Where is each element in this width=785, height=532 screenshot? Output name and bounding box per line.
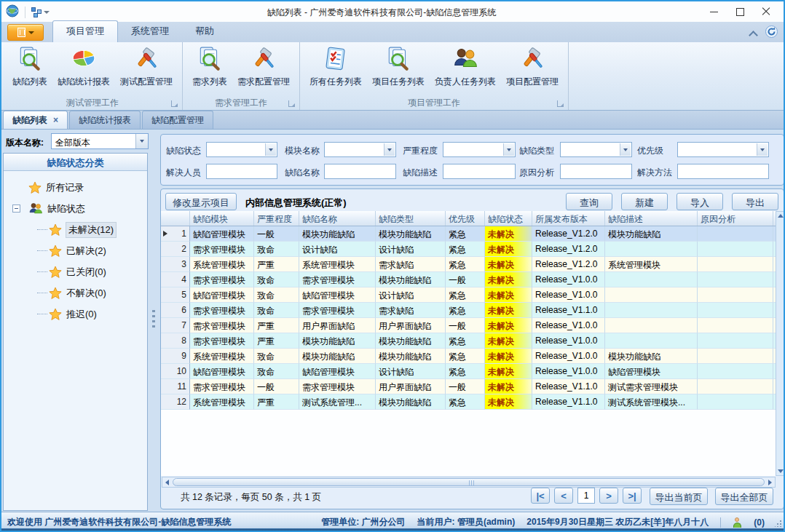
tree-item[interactable]: 所有记录 — [4, 177, 147, 198]
filter-dropdown[interactable] — [560, 142, 632, 157]
table-row[interactable]: 12系统管理模块严重测试系统管理...模块功能缺陷紧急未解决Release_V1… — [161, 394, 776, 410]
minimize-button[interactable] — [701, 4, 727, 20]
table-row[interactable]: 4需求管理模块致命需求管理模块模块功能缺陷一般未解决Release_V1.0.0 — [161, 272, 776, 287]
filter-input[interactable] — [677, 164, 769, 179]
table-cell: 未解决 — [485, 364, 532, 379]
table-row[interactable]: 2需求管理模块致命设计缺陷设计缺陷紧急未解决Release_V1.2.0 — [161, 242, 776, 257]
filter-input[interactable] — [560, 164, 632, 179]
tree-collapse-icon[interactable] — [12, 205, 20, 213]
sidebar-splitter[interactable] — [150, 130, 158, 513]
table-row[interactable]: 6需求管理模块致命需求管理模块需求缺陷紧急未解决Release_V1.1.0 — [161, 303, 776, 318]
doc-tab-3[interactable]: 缺陷配置管理 — [142, 111, 213, 129]
filter-input[interactable] — [206, 164, 277, 179]
table-cell — [605, 272, 698, 287]
tree-item[interactable]: 已解决(2) — [4, 240, 147, 261]
filter-dropdown[interactable] — [677, 142, 769, 157]
ribbon-button[interactable]: 需求配置管理 — [232, 44, 295, 90]
ribbon-button[interactable]: 项目配置管理 — [501, 44, 564, 90]
table-row[interactable]: 1缺陷管理模块一般模块功能缺陷模块功能缺陷紧急未解决Release_V1.2.0… — [161, 226, 776, 242]
tree-item[interactable]: 推迟(0) — [4, 303, 147, 325]
chevron-down-icon[interactable] — [757, 143, 768, 156]
table-cell: 缺陷管理模块 — [299, 364, 376, 379]
filter-label: 优先级 — [637, 145, 663, 157]
column-header[interactable]: 缺陷状态 — [485, 211, 532, 226]
tree-item[interactable]: 不解决(0) — [4, 282, 147, 303]
version-combo-value: 全部版本 — [55, 137, 90, 149]
table-row[interactable]: 9系统管理模块致命模块功能缺陷模块功能缺陷紧急未解决Release_V1.0.0… — [161, 349, 776, 364]
toolbar-action-button[interactable]: 导出 — [732, 193, 778, 210]
table-row[interactable]: 3系统管理模块严重系统管理模块需求缺陷紧急未解决Release_V1.2.0系统… — [161, 257, 776, 272]
ribbon-tab-2[interactable]: 系统管理 — [118, 21, 182, 42]
dialog-launcher-icon[interactable] — [171, 100, 178, 107]
version-combo[interactable]: 全部版本 — [51, 133, 149, 149]
close-button[interactable] — [753, 4, 779, 20]
scroll-down-icon[interactable] — [778, 469, 784, 473]
column-header[interactable]: 缺陷模块 — [190, 211, 254, 226]
column-header[interactable]: 原因分析 — [698, 211, 773, 226]
scrollbar-thumb[interactable] — [173, 478, 765, 486]
pager-next-button[interactable]: > — [599, 488, 618, 504]
modify-displayed-columns-button[interactable]: 修改显示项目 — [165, 193, 237, 210]
help-refresh-icon[interactable] — [765, 25, 778, 41]
resize-grip[interactable] — [775, 520, 781, 527]
tab-close-icon[interactable]: × — [53, 116, 58, 124]
scroll-right-icon[interactable] — [768, 480, 772, 485]
column-header[interactable]: 所属发布版本 — [532, 211, 605, 226]
ribbon-button[interactable]: 项目任务列表 — [367, 44, 430, 90]
ribbon-button[interactable]: 缺陷统计报表 — [52, 44, 115, 90]
ribbon-button[interactable]: 测试配置管理 — [115, 44, 178, 90]
tree-item[interactable]: 已关闭(0) — [4, 261, 147, 282]
dialog-launcher-icon[interactable] — [288, 100, 295, 107]
dialog-launcher-icon[interactable] — [557, 100, 564, 107]
export-all-pages-button[interactable]: 导出全部页 — [715, 488, 773, 505]
pager-last-button[interactable]: >| — [623, 488, 642, 504]
toolbar-action-button[interactable]: 查询 — [566, 193, 612, 210]
column-header[interactable]: 缺陷名称 — [299, 211, 376, 226]
chevron-down-icon[interactable] — [620, 143, 631, 156]
toolbar-action-button[interactable]: 新建 — [621, 193, 668, 210]
ribbon-tab-3[interactable]: 帮助 — [182, 21, 227, 42]
column-header[interactable]: 严重程度 — [254, 211, 299, 226]
table-row[interactable]: 11需求管理模块一般需求管理模块用户界面缺陷一般未解决Release_V1.1.… — [161, 379, 776, 394]
scroll-left-icon[interactable] — [165, 480, 169, 485]
horizontal-scrollbar[interactable] — [162, 477, 776, 488]
chevron-down-icon[interactable] — [384, 143, 395, 156]
doc-tab-2[interactable]: 缺陷统计报表 — [69, 111, 141, 129]
ribbon-button[interactable]: 所有任务列表 — [304, 44, 367, 90]
filter-input[interactable] — [443, 164, 516, 179]
quick-access-toolbar-button[interactable] — [31, 7, 50, 17]
chevron-down-icon[interactable] — [265, 143, 276, 156]
ribbon-button[interactable]: 负责人任务列表 — [430, 44, 501, 90]
ribbon-button[interactable]: 缺陷列表 — [7, 44, 52, 90]
maximize-button[interactable] — [727, 4, 753, 20]
table-row[interactable]: 10缺陷管理模块致命缺陷管理模块设计缺陷紧急未解决Release_V1.0.0缺… — [161, 364, 776, 379]
column-header[interactable]: 优先级 — [446, 211, 485, 226]
application-menu-button[interactable] — [7, 24, 44, 41]
toolbar-action-button[interactable]: 导入 — [676, 193, 723, 210]
filter-dropdown[interactable] — [324, 142, 396, 157]
ribbon-tab-1[interactable]: 项目管理 — [52, 20, 118, 42]
column-header[interactable]: 缺陷类型 — [376, 211, 446, 226]
ribbon-button[interactable]: 需求列表 — [187, 44, 232, 90]
table-row[interactable]: 8需求管理模块严重模块功能缺陷模块功能缺陷紧急未解决Release_V1.0.0 — [161, 333, 776, 349]
pager-prev-button[interactable]: < — [554, 488, 573, 504]
welcome-text: 欢迎使用 广州爱奇迪软件科技有限公司-缺陷信息管理系统 — [7, 516, 231, 528]
scroll-up-icon[interactable] — [778, 214, 784, 218]
tree-item[interactable]: 未解决(12) — [4, 219, 147, 240]
column-header[interactable]: 缺陷描述 — [605, 211, 698, 226]
vertical-scrollbar[interactable] — [776, 211, 785, 476]
page-number-input[interactable] — [577, 488, 595, 504]
chevron-down-icon[interactable] — [503, 143, 514, 156]
table-row[interactable]: 5缺陷管理模块致命缺陷管理模块设计缺陷紧急未解决Release_V1.0.0 — [161, 287, 776, 303]
doc-tab-1[interactable]: 缺陷列表× — [3, 111, 68, 129]
tree-item[interactable]: 缺陷状态 — [4, 198, 147, 219]
version-combo-dropdown-button[interactable] — [135, 134, 148, 148]
online-users-icon[interactable] — [733, 517, 742, 528]
export-current-page-button[interactable]: 导出当前页 — [650, 488, 708, 505]
filter-dropdown[interactable] — [206, 142, 277, 157]
table-row[interactable]: 7需求管理模块严重用户界面缺陷用户界面缺陷一般未解决Release_V1.0.0 — [161, 318, 776, 333]
pager-first-button[interactable]: |< — [531, 488, 550, 504]
filter-dropdown[interactable] — [443, 142, 516, 157]
filter-input[interactable] — [324, 164, 396, 179]
collapse-ribbon-icon[interactable] — [749, 31, 757, 36]
